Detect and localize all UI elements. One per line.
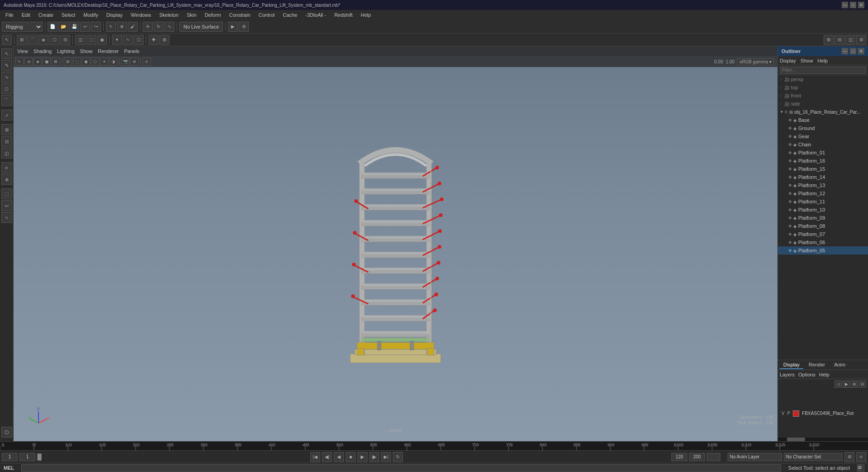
layer-btn-3[interactable]: ⊕ [851, 380, 858, 388]
tree-item-platform16[interactable]: ◈ Platform_16 [778, 157, 868, 165]
isolate-button[interactable]: ◫ [75, 35, 85, 45]
vp-tb-more[interactable]: ⊕ [130, 58, 139, 66]
new-file-button[interactable]: 📄 [48, 22, 58, 32]
anim-extra-button[interactable]: ≡ [856, 452, 866, 462]
tree-item-platform01[interactable]: ◈ Platform_01 [778, 149, 868, 157]
tree-item-platform14[interactable]: ◈ Platform_14 [778, 173, 868, 181]
panel-minimize-button[interactable]: — [842, 48, 848, 54]
tab-display[interactable]: Display [780, 361, 803, 369]
snap-view-button[interactable]: ⊟ [60, 35, 70, 45]
paint-select-side[interactable]: ✎ [1, 60, 12, 71]
vp-tb-3[interactable]: ◈ [34, 58, 42, 66]
outliner-search-input[interactable] [780, 67, 866, 74]
bottom-menu-layers[interactable]: Layers [780, 372, 795, 377]
tree-item-platform06[interactable]: ◈ Platform_06 [778, 238, 868, 246]
layer-btn-4[interactable]: ⊟ [859, 380, 866, 388]
grid-display-side[interactable]: ⊞ [1, 124, 12, 135]
sculpt-side[interactable]: ∿ [1, 72, 12, 82]
play-back-button[interactable]: ◀ [334, 452, 344, 462]
menu-create[interactable]: Create [35, 11, 57, 19]
tree-item-platform05[interactable]: ◈ Platform_05 [778, 246, 868, 255]
rotate-tool-button[interactable]: ↻ [154, 22, 164, 32]
connection-side[interactable]: ⤷ [1, 212, 12, 223]
right-tb-3[interactable]: ◫ [845, 35, 855, 45]
outliner-menu-display[interactable]: Display [780, 58, 796, 63]
joint-tool-button[interactable]: ✦ [112, 35, 122, 45]
bottom-menu-options[interactable]: Options [798, 372, 815, 377]
layer-color-swatch[interactable] [793, 410, 799, 417]
tree-item-persp[interactable]: 🎥 persp [778, 75, 868, 83]
start-frame-input[interactable] [2, 453, 18, 461]
snap-point-button[interactable]: ◈ [39, 35, 48, 45]
lasso-tool-button[interactable]: ⊕ [117, 22, 127, 32]
character-set-dropdown[interactable]: No Character Set [784, 453, 843, 461]
tree-item-side[interactable]: 🎥 side [778, 100, 868, 108]
play-forward-button[interactable]: ▶ [357, 452, 367, 462]
channel-box-side[interactable]: ≡ [1, 162, 12, 173]
grid-button[interactable]: ⊞ [159, 35, 169, 45]
close-button[interactable]: ✕ [858, 2, 864, 8]
step-back-button[interactable]: ◀| [322, 452, 332, 462]
tree-expand-root[interactable]: ▼ [780, 110, 784, 114]
range-end-input[interactable] [689, 453, 705, 461]
vp-tb-smooth[interactable]: ◉ [82, 58, 90, 66]
history-side[interactable]: ↩ [1, 200, 12, 211]
viewport[interactable]: View Shading Lighting Show Renderer Pane… [14, 46, 777, 441]
tree-item-platform11[interactable]: ◈ Platform_11 [778, 197, 868, 206]
snap-grid-button[interactable]: ⊞ [17, 35, 27, 45]
tree-item-front[interactable]: 🎥 front [778, 92, 868, 100]
stop-button[interactable]: ■ [346, 452, 356, 462]
select-tool-button[interactable]: ↖ [106, 22, 116, 32]
bottom-menu-help[interactable]: Help [819, 372, 829, 377]
tree-item-base[interactable]: ◈ Base [778, 116, 868, 124]
menu-constrain[interactable]: Constrain [226, 11, 254, 19]
vp-tb-2[interactable]: ⌯ [24, 58, 33, 66]
tree-item-gear[interactable]: ◈ Gear [778, 132, 868, 140]
menu-3dtall[interactable]: -3DtoAll - [302, 11, 330, 19]
tree-item-chain[interactable]: ◈ Chain [778, 140, 868, 149]
menu-cache[interactable]: Cache [279, 11, 301, 19]
go-to-end-button[interactable]: ▶| [381, 452, 391, 462]
snap-surface-button[interactable]: ⬡ [49, 35, 59, 45]
menu-windows[interactable]: Windows [127, 11, 155, 19]
viewport-menu-panels[interactable]: Panels [124, 48, 140, 54]
tab-anim[interactable]: Anim [830, 361, 849, 369]
open-file-button[interactable]: 📂 [58, 22, 68, 32]
redo-button[interactable]: ↪ [91, 22, 101, 32]
menu-deform[interactable]: Deform [201, 11, 225, 19]
menu-redshift[interactable]: Redshift [331, 11, 356, 19]
color-space-label[interactable]: sRGB gamma ▾ [737, 58, 774, 65]
menu-modify[interactable]: Modify [80, 11, 101, 19]
anim-settings-button[interactable]: ⚙ [844, 452, 854, 462]
vp-tb-shadow[interactable]: ◑ [109, 58, 117, 66]
ik-tool-button[interactable]: ⤷ [123, 35, 133, 45]
tree-item-platform10[interactable]: ◈ Platform_10 [778, 206, 868, 214]
menu-file[interactable]: File [2, 11, 17, 19]
wireframe-button[interactable]: ⬚ [86, 35, 96, 45]
timeline-ruler[interactable]: 1 5 10 15 20 25 30 35 40 45 50 [0, 442, 868, 450]
maximize-button[interactable]: □ [850, 2, 856, 8]
scale-tool-button[interactable]: ⤡ [164, 22, 174, 32]
menu-skeleton[interactable]: Skeleton [155, 11, 182, 19]
go-to-start-button[interactable]: |◀ [310, 452, 320, 462]
menu-skin[interactable]: Skin [183, 11, 200, 19]
layer-btn-2[interactable]: ▶ [843, 380, 850, 388]
tree-item-ground[interactable]: ◈ Ground [778, 124, 868, 132]
anim-layer-dropdown[interactable]: No Anim Layer [728, 453, 782, 461]
right-tb-1[interactable]: ⊞ [824, 35, 834, 45]
vp-tb-wire[interactable]: ⬚ [73, 58, 81, 66]
viewport-menu-shading[interactable]: Shading [34, 48, 52, 54]
vp-tb-tex[interactable]: ⬡ [91, 58, 99, 66]
smooth-button[interactable]: ◉ [97, 35, 107, 45]
vp-tb-cam[interactable]: 📷 [121, 58, 130, 66]
select-tool-side[interactable]: ↖ [1, 48, 12, 59]
viewport-menu-lighting[interactable]: Lighting [57, 48, 75, 54]
create-poly-side[interactable]: ⬡ [1, 83, 12, 94]
tree-item-platform07[interactable]: ◈ Platform_07 [778, 230, 868, 238]
paint-tool-button[interactable]: 🖌 [128, 22, 138, 32]
tree-item-platform08[interactable]: ◈ Platform_08 [778, 222, 868, 230]
plus-button[interactable]: ✚ [149, 35, 159, 45]
render-button[interactable]: ▶ [228, 22, 238, 32]
layer-side[interactable]: ⬚ [1, 188, 12, 199]
rigging-dropdown[interactable]: Rigging Animation Modeling Rendering [2, 22, 43, 32]
